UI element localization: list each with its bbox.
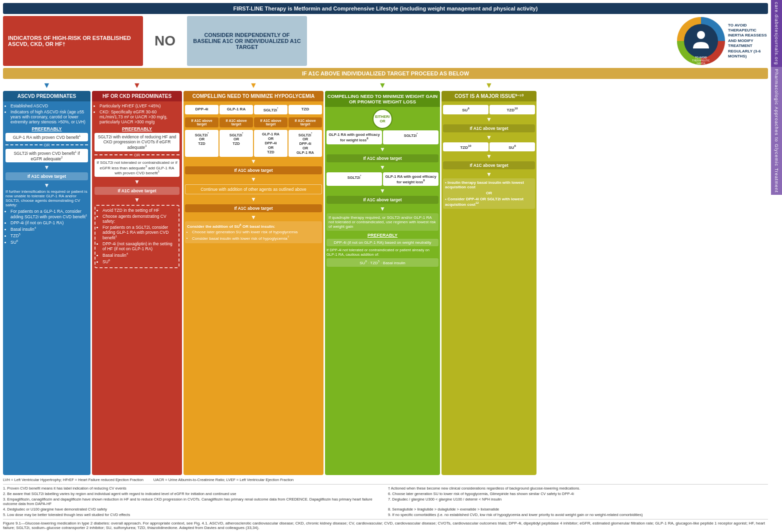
- weight-drug2-right: GLP-1 RA with good efficacy for weight l…: [383, 172, 438, 186]
- header-title: FIRST-LINE Therapy is Metformin and Comp…: [234, 5, 538, 11]
- ascvd-sub3: Basal insulin4: [10, 226, 88, 232]
- svg-text:THERAPEUTIC: THERAPEUTIC: [692, 59, 710, 62]
- hypo-if-a1c-3: If A1C above target: [254, 117, 288, 127]
- col-hfckd: HF OR CKD PREDOMINATES Particularly HFrE…: [92, 91, 182, 475]
- hfckd-sub4: DPP-4i (not saxagliptin) in the setting …: [102, 241, 176, 251]
- hypo-arrow4: ▼: [185, 214, 322, 221]
- top-section: INDICATORS OF HIGH-RISK OR ESTABLISHED A…: [3, 16, 768, 66]
- ascvd-drug1: GLP-1 RA with proven CVD benefit1: [6, 133, 88, 141]
- hfckd-bullet1: Particularly HFrEF (LVEF <45%): [100, 103, 180, 108]
- hfckd-sub3: For patients on a SGLT2i, consider addin…: [102, 225, 176, 240]
- figure-caption: Figure 9.1—Glucose-lowering medication i…: [3, 519, 768, 530]
- hfckd-if-a1c: If A1C above target: [94, 187, 180, 195]
- cost-if-a1c1: If A1C above target: [443, 124, 535, 132]
- hypo-drug-glp1ra: GLP-1 RA: [220, 105, 253, 114]
- lvh-lines: LVH = Left Ventricular Hypertrophy; HFrE…: [3, 477, 768, 482]
- footnote-2: 2. Be aware that SGLT2i labelling varies…: [3, 492, 383, 496]
- weight-arrow2: ▼: [326, 164, 438, 171]
- hfckd-arrow2: ▼: [94, 196, 180, 203]
- hfckd-sub6: SU6: [102, 259, 176, 264]
- weight-drug-glp1ra: GLP-1 RA with good efficacy for weight l…: [326, 130, 382, 144]
- svg-point-1: [684, 24, 718, 58]
- content-area: FIRST-LINE Therapy is Metformin and Comp…: [0, 0, 771, 532]
- cost-drug-su: SU6: [443, 105, 488, 114]
- weight-if-dpp4: If DPP-4i not tolerated or contraindicat…: [326, 248, 438, 257]
- footnote-3: 3. Empagliflozin, canagliflozin and dapa…: [3, 497, 383, 506]
- col-hfckd-header: HF OR CKD PREDOMINATES: [92, 91, 182, 101]
- svg-point-2: [697, 31, 705, 39]
- hfckd-drug1: SGLT2i with evidence of reducing HF and …: [94, 133, 180, 151]
- ascvd-preferably: PREFERABLY: [6, 126, 88, 131]
- hfckd-bullet2: CKD: Specifically eGFR 30-60 mL/min/1.73…: [100, 109, 180, 124]
- col-hypo: COMPELLING NEED TO MINIMIZE HYPOGLYCEMIA…: [184, 91, 324, 475]
- hypo-if-a1c-bar2: If A1C above target: [185, 166, 322, 174]
- footnotes-grid: 1. Proven CVD benefit means it has label…: [3, 486, 768, 517]
- cost-drug2-su: SU6: [490, 142, 535, 152]
- weight-preferably: PREFERABLY: [326, 233, 438, 238]
- col-hypo-header: COMPELLING NEED TO MINIMIZE HYPOGLYCEMIA: [184, 91, 324, 101]
- hypo-drug-sglt2i: SGLT2i²: [254, 105, 288, 114]
- hypo-drug-grid1: DPP-4i GLP-1 RA SGLT2i² TZD: [185, 105, 322, 114]
- hypo-drug2-4: SGLT2i²ORDPP-4iORGLP-1 RA: [288, 130, 322, 157]
- a1c-bar: IF A1C ABOVE INDIVIDUALIZED TARGET PROCE…: [3, 68, 768, 79]
- weight-drug-grid2: SGLT2i² GLP-1 RA with good efficacy for …: [326, 172, 438, 186]
- col-weight-body: EITHER/OR GLP-1 RA with good efficacy fo…: [325, 107, 440, 475]
- hfckd-dashed: Avoid TZD in the setting of HF Choose ag…: [94, 205, 180, 268]
- cost-arrow1: ▼: [443, 116, 535, 123]
- header-bar: FIRST-LINE Therapy is Metformin and Comp…: [3, 3, 768, 14]
- ascvd-sub5: SU6: [10, 239, 88, 245]
- footnote-10: 9. If no specific comorbidities (i.e. no…: [388, 513, 768, 517]
- hfckd-sub2: Choose agents demonstrating CV safety:: [102, 214, 176, 224]
- ascvd-drug2: SGLT2i with proven CVD benefit1 if eGFR …: [6, 149, 88, 163]
- hfckd-sub5: Basal insulin4: [102, 252, 176, 258]
- hfckd-sub1: Avoid TZD in the setting of HF: [102, 208, 176, 213]
- cost-drug-tzd: TZD10: [490, 105, 535, 114]
- col-cost: COST IS A MAJOR ISSUE⁹⁻¹⁰ SU6 TZD10 ▼ If…: [442, 91, 536, 475]
- consider-label: CONSIDER INDEPENDENTLY OF BASELINE A1C O…: [192, 32, 302, 50]
- hypo-arrow1: ▼: [185, 158, 322, 165]
- side-right-top: care.diabetesjournals.org: [771, 0, 782, 67]
- cost-drug2-tzd: TZD10: [443, 142, 488, 152]
- footnote-6: † Actioned when these become new clinica…: [388, 486, 768, 491]
- figure-caption-text: Figure 9.1—Glucose-lowering medication i…: [3, 521, 765, 530]
- ascvd-sub2: DPP-4i (if not on GLP-1 RA): [10, 220, 88, 225]
- logo-area: TO AVOID THERAPEUTIC INERTIA TO AVOID TH…: [309, 16, 768, 66]
- lvh-line1: LVH = Left Ventricular Hypertrophy; HFrE…: [3, 478, 144, 482]
- ascvd-bullet-1: Established ASCVD: [10, 103, 88, 108]
- a1c-bar-label: IF A1C ABOVE INDIVIDUALIZED TARGET PROCE…: [302, 70, 469, 76]
- cost-if-a1c2: If A1C above target: [443, 161, 535, 169]
- indicators-box: INDICATORS OF HIGH-RISK OR ESTABLISHED A…: [3, 16, 143, 66]
- cost-arrow2: ▼: [443, 134, 535, 141]
- either-or-badge: EITHER/OR: [372, 109, 392, 129]
- col-ascvd-body: Established ASCVD Indicators of high ASC…: [3, 101, 90, 475]
- weight-add-drugs: SU6 · TZD5 · Basal insulin: [326, 258, 438, 267]
- footnote-5: 5. Low dose may be better tolerated thou…: [3, 513, 383, 517]
- hypo-if-a1c-4: If A1C above target: [288, 117, 322, 127]
- hypo-drug2-3: GLP-1 RAORDPP-4iORTZD: [254, 130, 288, 157]
- hypo-drug2-2: SGLT2i²ORTZD: [220, 130, 253, 157]
- ascvd-sub4: TZD5: [10, 233, 88, 238]
- hypo-if-a1c-2: If A1C above target: [220, 117, 253, 127]
- consider-box: CONSIDER INDEPENDENTLY OF BASELINE A1C O…: [187, 16, 307, 66]
- weight-arrow4: ▼: [326, 205, 438, 212]
- weight-arrow3: ▼: [326, 187, 438, 194]
- ascvd-arrow2: ▼: [6, 182, 88, 189]
- col-hfckd-body: Particularly HFrEF (LVEF <45%) CKD: Spec…: [92, 101, 182, 475]
- cost-drug-grid1: SU6 TZD10: [443, 105, 535, 114]
- col-hypo-body: DPP-4i GLP-1 RA SGLT2i² TZD If A1C above…: [184, 101, 324, 475]
- footnote-4: 4. Dedgludec or U100 glargine have demon…: [3, 507, 383, 512]
- hypo-arrow3: ▼: [185, 196, 322, 203]
- ascvd-or1: OR: [6, 143, 88, 147]
- hypo-drug-dpp4i: DPP-4i: [185, 105, 218, 114]
- cost-arrow3: ▼: [443, 153, 535, 160]
- cost-arrow4: ▼: [443, 171, 535, 178]
- footnote-7: 6. Choose later generation SU to lower r…: [388, 492, 768, 496]
- footnote-8: 7. Degludec / glargine U300 < glargine U…: [388, 497, 768, 506]
- col-weight-header: COMPELLING NEED TO MINIMIZE WEIGHT GAIN …: [325, 91, 440, 107]
- hypo-if-a1c-bar3: If A1C above target: [185, 204, 322, 212]
- col-cost-body: SU6 TZD10 ▼ If A1C above target ▼ TZD10 …: [442, 101, 536, 475]
- weight-if-a1c1: If A1C above target: [326, 154, 438, 162]
- col-weight: COMPELLING NEED TO MINIMIZE WEIGHT GAIN …: [325, 91, 440, 475]
- hfckd-preferably: PREFERABLY: [94, 126, 180, 131]
- logo-text: TO AVOID THERAPEUTIC INERTIA REASSESS AN…: [728, 23, 767, 58]
